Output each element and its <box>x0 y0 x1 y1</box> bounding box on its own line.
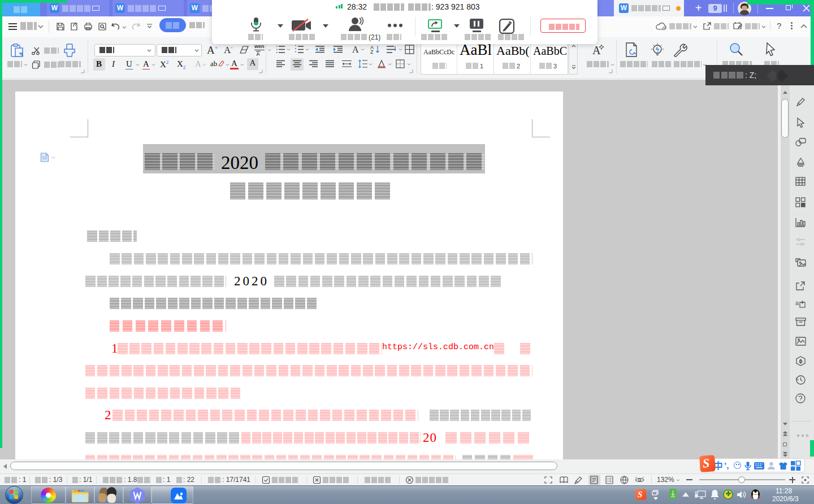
svg-text:a: a <box>795 299 799 306</box>
svg-text:A: A <box>592 44 601 57</box>
svg-text:Z: Z <box>370 49 374 55</box>
